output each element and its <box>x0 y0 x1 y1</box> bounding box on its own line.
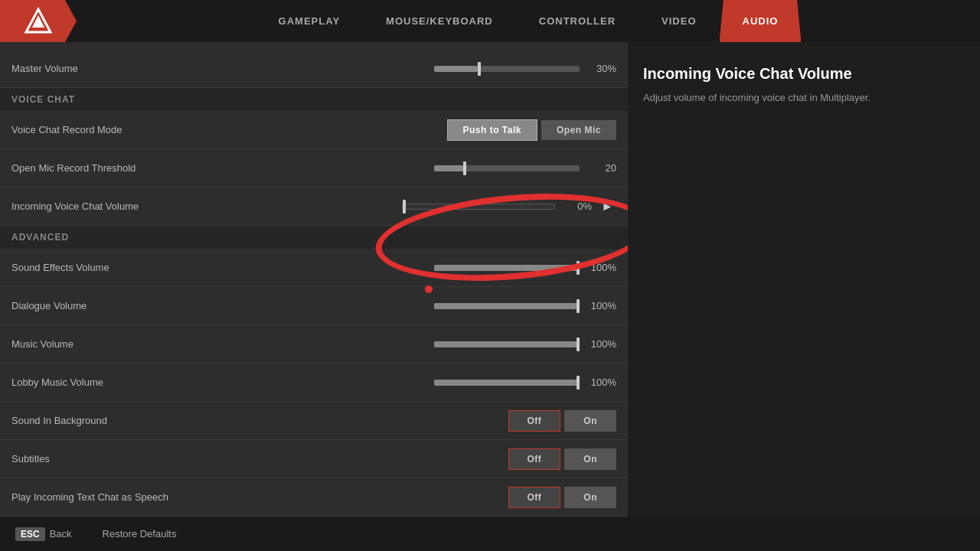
sound-in-background-label: Sound In Background <box>11 415 508 426</box>
music-volume-fill <box>434 341 580 347</box>
play-incoming-text-off-button[interactable]: Off <box>508 487 561 508</box>
open-mic-threshold-value: 20 <box>586 162 616 174</box>
esc-key-badge: ESC <box>15 527 45 541</box>
subtitles-control: Off On <box>508 448 617 470</box>
sound-in-background-on-button[interactable]: On <box>564 410 616 432</box>
voice-chat-record-mode-label: Voice Chat Record Mode <box>11 124 447 135</box>
subtitles-on-button[interactable]: On <box>564 448 616 470</box>
sound-effects-volume-value: 100% <box>586 262 616 273</box>
apex-logo-icon <box>23 6 54 37</box>
sound-effects-volume-thumb[interactable] <box>577 261 580 275</box>
dialogue-volume-value: 100% <box>586 300 616 311</box>
dialogue-volume-label: Dialogue Volume <box>11 300 434 311</box>
incoming-voice-volume-row: Incoming Voice Chat Volume 0% ► <box>0 187 628 226</box>
incoming-voice-volume-control: 0% ► <box>402 200 616 214</box>
sound-effects-volume-control: 100% <box>434 262 616 273</box>
tab-audio[interactable]: AUDIO <box>720 0 802 42</box>
subtitles-label: Subtitles <box>11 453 508 465</box>
logo <box>0 0 77 42</box>
master-volume-fill <box>434 66 478 72</box>
open-mic-button[interactable]: Open Mic <box>541 120 616 140</box>
dialogue-volume-control: 100% <box>434 300 616 311</box>
tab-gameplay[interactable]: GAMEPLAY <box>256 0 363 42</box>
open-mic-threshold-control: 20 <box>434 162 616 174</box>
info-panel: Incoming Voice Chat Volume Adjust volume… <box>628 42 980 517</box>
lobby-music-volume-track[interactable] <box>434 380 580 386</box>
dialogue-volume-track[interactable] <box>434 303 580 309</box>
lobby-music-volume-row: Lobby Music Volume 100% <box>0 364 628 402</box>
sound-effects-volume-track[interactable] <box>434 265 580 271</box>
dialogue-volume-thumb[interactable] <box>577 299 580 313</box>
sound-effects-volume-row: Sound Effects Volume 100% <box>0 249 628 287</box>
voice-chat-record-mode-control: Push to Talk Open Mic <box>447 119 616 141</box>
sound-in-background-off-button[interactable]: Off <box>508 410 561 432</box>
back-label: Back <box>50 528 72 540</box>
advanced-section-header: ADVANCED <box>0 226 628 249</box>
open-mic-threshold-label: Open Mic Record Threshold <box>11 162 434 174</box>
main-content: Master Volume 30% VOICE CHAT Voice Chat … <box>0 42 980 517</box>
play-incoming-text-on-button[interactable]: On <box>564 487 616 508</box>
sound-in-background-control: Off On <box>508 410 617 432</box>
music-volume-value: 100% <box>586 338 616 350</box>
lobby-music-volume-control: 100% <box>434 377 616 388</box>
nav-tabs: GAMEPLAY MOUSE/KEYBOARD CONTROLLER VIDEO… <box>77 0 980 42</box>
subtitles-off-button[interactable]: Off <box>508 448 561 470</box>
incoming-voice-volume-track[interactable] <box>402 204 555 210</box>
open-mic-threshold-row: Open Mic Record Threshold 20 <box>0 149 628 187</box>
esc-hint: ESC Back <box>15 527 72 541</box>
push-to-talk-button[interactable]: Push to Talk <box>447 119 537 141</box>
bottom-bar: ESC Back Restore Defaults <box>0 517 980 551</box>
settings-panel: Master Volume 30% VOICE CHAT Voice Chat … <box>0 42 628 517</box>
music-volume-track[interactable] <box>434 341 580 347</box>
music-volume-row: Music Volume 100% <box>0 325 628 364</box>
incoming-voice-volume-value: 0% <box>561 201 592 212</box>
sound-in-background-row: Sound In Background Off On <box>0 402 628 440</box>
voice-chat-record-mode-row: Voice Chat Record Mode Push to Talk Open… <box>0 111 628 149</box>
master-volume-value: 30% <box>586 63 616 74</box>
incoming-voice-volume-label: Incoming Voice Chat Volume <box>11 201 402 212</box>
music-volume-thumb[interactable] <box>577 337 580 351</box>
dialogue-volume-row: Dialogue Volume 100% <box>0 287 628 325</box>
master-volume-control: 30% <box>434 63 616 74</box>
lobby-music-volume-value: 100% <box>586 377 616 388</box>
master-volume-row: Master Volume 30% <box>0 50 628 88</box>
play-incoming-text-control: Off On <box>508 487 617 508</box>
tab-controller[interactable]: CONTROLLER <box>516 0 639 42</box>
top-nav: GAMEPLAY MOUSE/KEYBOARD CONTROLLER VIDEO… <box>0 0 980 42</box>
restore-defaults-button[interactable]: Restore Defaults <box>103 528 177 540</box>
lobby-music-volume-label: Lobby Music Volume <box>11 377 434 388</box>
sound-effects-volume-label: Sound Effects Volume <box>11 262 434 273</box>
voice-chat-section-header: VOICE CHAT <box>0 88 628 111</box>
tab-video[interactable]: VIDEO <box>639 0 719 42</box>
incoming-voice-arrow-right[interactable]: ► <box>598 200 616 214</box>
play-incoming-text-row: Play Incoming Text Chat as Speech Off On <box>0 478 628 517</box>
incoming-voice-volume-thumb[interactable] <box>403 200 406 214</box>
dialogue-volume-fill <box>434 303 580 309</box>
open-mic-threshold-thumb[interactable] <box>463 161 466 175</box>
open-mic-threshold-track[interactable] <box>434 165 580 171</box>
subtitles-row: Subtitles Off On <box>0 440 628 478</box>
lobby-music-volume-thumb[interactable] <box>577 376 580 390</box>
open-mic-threshold-fill <box>434 165 463 171</box>
master-volume-label: Master Volume <box>11 63 434 74</box>
info-panel-description: Adjust volume of incoming voice chat in … <box>643 90 965 106</box>
lobby-music-volume-fill <box>434 380 580 386</box>
tab-mouse-keyboard[interactable]: MOUSE/KEYBOARD <box>363 0 516 42</box>
master-volume-thumb[interactable] <box>478 62 481 76</box>
music-volume-control: 100% <box>434 338 616 350</box>
music-volume-label: Music Volume <box>11 338 434 350</box>
master-volume-track[interactable] <box>434 66 580 72</box>
sound-effects-volume-fill <box>434 265 580 271</box>
info-panel-title: Incoming Voice Chat Volume <box>643 65 965 83</box>
play-incoming-text-label: Play Incoming Text Chat as Speech <box>11 491 508 503</box>
